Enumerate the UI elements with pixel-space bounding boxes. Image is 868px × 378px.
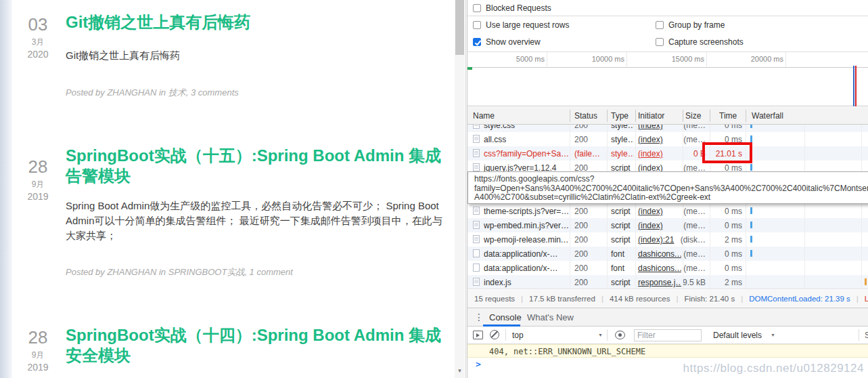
request-time: 2 ms [711,235,742,245]
column-header-status[interactable]: Status [574,111,597,121]
summary-transferred: 17.5 kB transferred [529,295,595,303]
request-size: (me… [670,221,706,230]
blocked-requests-option[interactable]: Blocked Requests [473,3,551,13]
request-status: 200 [574,207,606,216]
network-request-list: style.css 200 style… (index) (me… 0 ms a… [467,125,868,289]
request-name[interactable]: wp-embed.min.js?ver… [484,221,569,230]
group-by-frame-checkbox[interactable] [656,21,664,29]
post-title-link[interactable]: SpringBoot实战（十四）:Spring Boot Admin 集成安全模… [66,325,444,366]
devtools-pane: Blocked Requests Use large request rows … [467,0,868,378]
clear-console-icon[interactable] [490,330,499,339]
console-filter-input[interactable] [634,329,702,341]
file-type-icon [473,278,480,286]
blocked-requests-checkbox[interactable] [473,4,481,12]
column-header-type[interactable]: Type [611,111,629,121]
tab-whats-new[interactable]: What's New [527,312,574,322]
request-size: 9.5 kB [670,278,706,287]
request-name[interactable]: style.css [484,125,569,130]
request-status: 200 [574,135,606,144]
waterfall-bar [750,250,752,257]
blog-scrollbar[interactable]: ▼ [455,0,465,378]
tab-console[interactable]: Console [489,312,522,322]
blog-post: 03 3月 2020 Git撤销之世上真有后悔药 Git撤销之世上真有后悔药 P… [0,0,455,132]
capture-screenshots-checkbox[interactable] [656,38,664,46]
drawer-tab-bar: ⋮ Console What's New [467,308,868,327]
column-header-waterfall[interactable]: Waterfall [752,111,783,121]
execution-context-selector[interactable]: top [512,331,524,340]
file-type-icon [473,264,480,272]
network-options-rows: Use large request rows Group by frame Sh… [467,16,868,52]
request-name[interactable]: all.css [484,135,569,144]
tooltip-line: https://fonts.googleapis.com/css? [474,175,868,184]
log-levels-selector[interactable]: Default levels [713,331,762,340]
console-warning-row[interactable]: 404, net::ERR_UNKNOWN_URL_SCHEME [467,344,868,358]
table-row[interactable]: wp-embed.min.js?ver… 200 script (index) … [467,218,868,232]
request-size: (me… [670,135,706,144]
console-sidebar-toggle-icon[interactable] [473,331,483,339]
waterfall-bar [865,278,867,285]
post-title-link[interactable]: Git撤销之世上真有后悔药 [66,12,444,33]
post-date-year: 2019 [20,362,55,373]
post-meta[interactable]: Posted by ZHANGHAN in 技术, 3 comments [66,87,444,99]
request-time: 0 ms [711,249,742,259]
table-row[interactable]: data:application/x-… 200 font dashicons.… [467,247,868,261]
levels-dropdown-arrow-icon[interactable]: ▼ [771,333,775,337]
request-name[interactable]: wp-emoji-release.min.… [484,235,569,245]
live-expression-eye-icon[interactable] [615,331,625,339]
context-dropdown-arrow-icon[interactable]: ▼ [598,333,603,337]
group-by-frame-option[interactable]: Group by frame [656,20,725,30]
column-header-size[interactable]: Size [685,111,701,121]
table-row[interactable]: css?family=Open+Sa… (faile… style… (inde… [467,146,868,161]
post-title-link[interactable]: SpringBoot实战（十五）:Spring Boot Admin 集成告警模… [66,146,444,186]
ruler-tick-label: 10000 ms [577,55,624,63]
request-name[interactable]: data:application/x-… [484,264,569,273]
request-time: 2 ms [711,278,742,287]
column-header-time[interactable]: Time [719,111,737,121]
scrollbar-thumb[interactable] [455,0,464,55]
request-name[interactable]: theme-scripts.js?ver=… [484,207,569,216]
request-status: 200 [574,264,606,273]
network-options-row1: Blocked Requests [467,0,868,16]
group-by-frame-label: Group by frame [668,20,725,30]
show-overview-label: Show overview [486,37,541,47]
waterfall-bar [750,135,752,142]
capture-screenshots-option[interactable]: Capture screenshots [656,37,744,47]
post-date: 03 3月 2020 [20,15,55,60]
file-type-icon [473,207,480,215]
network-overview[interactable] [467,68,868,106]
load-marker-line [855,66,856,106]
use-large-request-rows-option[interactable]: Use large request rows [473,20,569,30]
blog-pane: 03 3月 2020 Git撤销之世上真有后悔药 Git撤销之世上真有后悔药 P… [0,0,455,378]
table-row[interactable]: all.css 200 style… (index) (me… 0 ms [467,132,868,146]
summary-domcontentloaded: DOMContentLoaded: 21.39 s [749,295,850,303]
screen: 03 3月 2020 Git撤销之世上真有后悔药 Git撤销之世上真有后悔药 P… [0,0,868,378]
waterfall-bar [750,207,752,214]
blocked-requests-label: Blocked Requests [486,3,551,13]
request-size: (disk… [670,235,706,245]
post-date-day: 28 [20,157,55,176]
column-header-initiator[interactable]: Initiator [638,111,664,121]
table-row[interactable]: theme-scripts.js?ver=… 200 script (index… [467,204,868,218]
show-overview-option[interactable]: Show overview [473,37,541,47]
request-type: style… [611,149,634,159]
tooltip-line: family=Open+Sans%3A400%2C700%2C400italic… [474,184,868,194]
table-row[interactable]: data:application/x-… 200 font dashicons.… [467,261,868,275]
post-meta[interactable]: Posted by ZHANGHAN in SPRINGBOOT实战, 1 co… [66,266,444,278]
waterfall-bar [750,236,752,243]
scrollbar-down-arrow-icon[interactable]: ▼ [455,366,465,377]
request-name[interactable]: index.js [484,278,569,287]
request-name[interactable]: data:application/x-… [484,249,569,259]
table-row[interactable]: index.js 200 script response.j… 9.5 kB 2… [467,275,868,289]
post-excerpt: Spring Boot Admin做为生产级的监控工具，必然自动化告警必不可少；… [66,198,444,243]
console-prompt-chevron-icon[interactable]: > [476,359,481,369]
use-large-request-rows-checkbox[interactable] [473,21,481,29]
show-overview-checkbox[interactable] [473,38,481,46]
summary-load-partial: Lo [865,295,868,303]
drawer-menu-kebab-icon[interactable]: ⋮ [474,312,484,322]
table-row[interactable]: style.css 200 style… (index) (me… 0 ms [467,125,868,132]
request-name[interactable]: css?family=Open+Sa… [484,149,569,159]
column-header-name[interactable]: Name [473,111,495,121]
waterfall-bar [750,125,752,128]
console-warning-text: 404, net::ERR_UNKNOWN_URL_SCHEME [489,347,645,356]
table-row[interactable]: wp-emoji-release.min.… 200 script (index… [467,232,868,247]
